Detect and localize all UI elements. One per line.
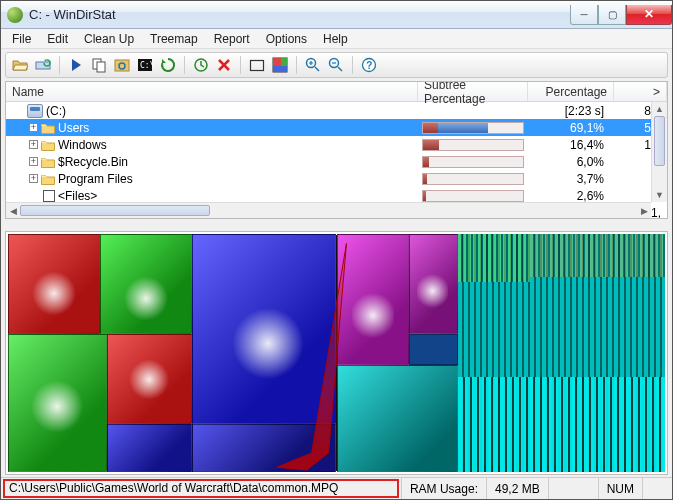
- expander-icon[interactable]: +: [29, 174, 38, 183]
- copy-icon[interactable]: [89, 55, 109, 75]
- percentage-bar: [422, 173, 524, 185]
- status-numlock: NUM: [598, 478, 642, 499]
- vertical-scrollbar[interactable]: ▲ ▼: [651, 102, 667, 202]
- scroll-up-icon[interactable]: ▲: [652, 102, 667, 116]
- column-more[interactable]: >: [614, 82, 667, 101]
- row-label: Windows: [58, 138, 107, 152]
- percentage-bar: [422, 139, 524, 151]
- column-name[interactable]: Name: [6, 82, 418, 101]
- menu-treemap[interactable]: Treemap: [143, 30, 205, 48]
- zoom-in-icon[interactable]: [303, 55, 323, 75]
- toolbar-separator: [184, 56, 185, 74]
- help-icon[interactable]: ?: [359, 55, 379, 75]
- console-icon[interactable]: C:\: [135, 55, 155, 75]
- svg-rect-10: [273, 58, 281, 66]
- zoom-out-icon[interactable]: [326, 55, 346, 75]
- treemap-small-blocks: [458, 234, 665, 472]
- list-header: Name Subtree Percentage Percentage >: [6, 82, 667, 102]
- menu-options[interactable]: Options: [259, 30, 314, 48]
- menu-help[interactable]: Help: [316, 30, 355, 48]
- horizontal-scrollbar[interactable]: ◀ ▶: [6, 202, 651, 218]
- explorer-icon[interactable]: [112, 55, 132, 75]
- window-controls: ─ ▢ ✕: [570, 5, 672, 25]
- toolbar: C:\ ?: [5, 52, 668, 78]
- treemap-block[interactable]: [409, 334, 458, 365]
- table-row[interactable]: +Users69,1%57,: [6, 119, 667, 136]
- percentage-bar: [422, 156, 524, 168]
- minimize-button[interactable]: ─: [570, 5, 598, 25]
- percentage-bar: [422, 190, 524, 202]
- splitter[interactable]: [5, 221, 668, 229]
- list-body: (C:)[2:23 s]83,+Users69,1%57,+Windows16,…: [6, 102, 667, 218]
- row-percentage: 6,0%: [528, 155, 614, 169]
- svg-text:?: ?: [366, 60, 372, 71]
- table-row[interactable]: +Windows16,4%13,: [6, 136, 667, 153]
- files-icon: [43, 190, 55, 202]
- treemap-panel: [5, 231, 668, 475]
- menu-report[interactable]: Report: [207, 30, 257, 48]
- percentage-bar: [422, 122, 524, 134]
- table-row[interactable]: (C:)[2:23 s]83,: [6, 102, 667, 119]
- treemap-block[interactable]: [8, 234, 100, 334]
- scroll-left-icon[interactable]: ◀: [6, 203, 20, 218]
- row-percentage: 16,4%: [528, 138, 614, 152]
- treemap-block[interactable]: [8, 334, 107, 472]
- treemap-block[interactable]: [192, 234, 337, 424]
- open-icon[interactable]: [10, 55, 30, 75]
- window-title: C: - WinDirStat: [29, 7, 570, 22]
- directory-list[interactable]: Name Subtree Percentage Percentage > (C:…: [5, 81, 668, 219]
- toolbar-separator: [296, 56, 297, 74]
- toolbar-separator: [352, 56, 353, 74]
- treemap-block[interactable]: [337, 234, 409, 365]
- close-button[interactable]: ✕: [626, 5, 672, 25]
- svg-rect-12: [273, 66, 287, 72]
- treemap-block[interactable]: [107, 424, 192, 472]
- show-treemap-icon[interactable]: [270, 55, 290, 75]
- table-row[interactable]: +Program Files3,7%3,: [6, 170, 667, 187]
- expander-icon[interactable]: +: [29, 157, 38, 166]
- column-subtree[interactable]: Subtree Percentage: [418, 82, 528, 101]
- refresh-drives-icon[interactable]: [33, 55, 53, 75]
- treemap[interactable]: [8, 234, 665, 472]
- folder-icon: [41, 156, 55, 168]
- expander-icon[interactable]: +: [29, 123, 38, 132]
- app-icon: [7, 7, 23, 23]
- status-empty: [548, 478, 598, 499]
- treemap-block[interactable]: [409, 234, 458, 334]
- folder-icon: [41, 139, 55, 151]
- column-percentage[interactable]: Percentage: [528, 82, 614, 101]
- folder-icon: [41, 122, 55, 134]
- scrollbar-thumb[interactable]: [654, 116, 665, 166]
- svg-rect-11: [281, 58, 287, 66]
- treemap-block[interactable]: [100, 234, 192, 334]
- treemap-block[interactable]: [337, 365, 459, 472]
- refresh-icon[interactable]: [158, 55, 178, 75]
- suspend-icon[interactable]: [191, 55, 211, 75]
- drive-icon: [27, 104, 43, 118]
- row-percentage: 2,6%: [528, 189, 614, 203]
- row-percentage: 3,7%: [528, 172, 614, 186]
- treemap-block[interactable]: [192, 424, 337, 472]
- delete-icon[interactable]: [214, 55, 234, 75]
- menu-clean-up[interactable]: Clean Up: [77, 30, 141, 48]
- expander-icon[interactable]: +: [29, 140, 38, 149]
- status-ram-value: 49,2 MB: [486, 478, 548, 499]
- title-bar[interactable]: C: - WinDirStat ─ ▢ ✕: [1, 1, 672, 29]
- row-label: Users: [58, 121, 89, 135]
- menu-bar: FileEditClean UpTreemapReportOptionsHelp: [1, 29, 672, 49]
- scroll-right-icon[interactable]: ▶: [637, 203, 651, 218]
- scrollbar-thumb[interactable]: [20, 205, 210, 216]
- status-bar: C:\Users\Public\Games\World of Warcraft\…: [1, 477, 672, 499]
- folder-icon: [41, 173, 55, 185]
- play-icon[interactable]: [66, 55, 86, 75]
- menu-edit[interactable]: Edit: [40, 30, 75, 48]
- table-row[interactable]: +$Recycle.Bin6,0%5,: [6, 153, 667, 170]
- maximize-button[interactable]: ▢: [598, 5, 626, 25]
- treemap-block[interactable]: [107, 334, 192, 424]
- row-label: (C:): [46, 104, 66, 118]
- menu-file[interactable]: File: [5, 30, 38, 48]
- status-ram-label: RAM Usage:: [401, 478, 486, 499]
- toolbar-container: C:\ ?: [1, 49, 672, 81]
- empty-folder-icon[interactable]: [247, 55, 267, 75]
- scroll-down-icon[interactable]: ▼: [652, 188, 667, 202]
